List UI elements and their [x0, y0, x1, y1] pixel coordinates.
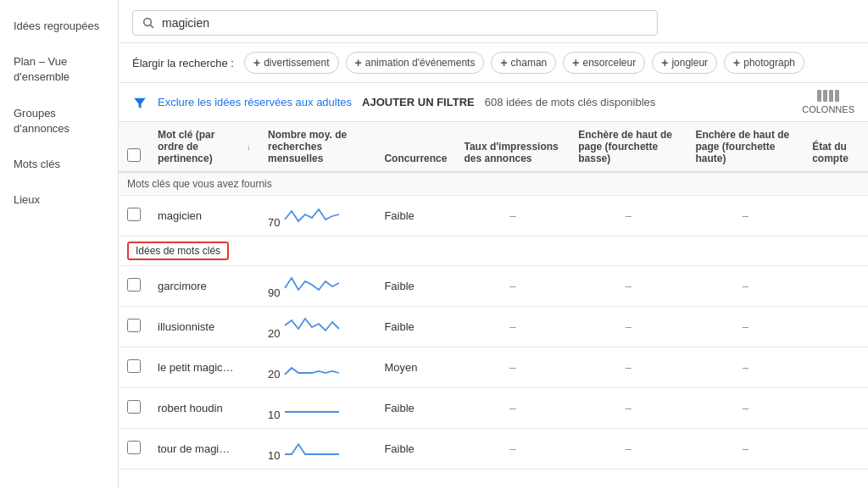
- td-checkbox[interactable]: [119, 196, 149, 236]
- tag-chip-ensorceleur[interactable]: + ensorceleur: [563, 52, 645, 74]
- plus-icon: +: [733, 56, 740, 69]
- row-checkbox[interactable]: [127, 278, 141, 292]
- td-taux: –: [455, 307, 570, 347]
- plus-icon: +: [500, 56, 507, 69]
- td-searches: 20: [259, 347, 376, 388]
- row-checkbox[interactable]: [127, 319, 141, 332]
- td-taux: –: [455, 429, 570, 470]
- td-etat: [804, 307, 868, 347]
- search-input[interactable]: [162, 16, 648, 30]
- table-row: le petit magic… 20 Moyen – – –: [119, 347, 868, 388]
- sidebar-item-plan-vue[interactable]: Plan – Vue d'ensemble: [0, 44, 118, 95]
- row-checkbox[interactable]: [127, 208, 141, 221]
- table-row: garcimore 90 Faible – – –: [119, 266, 868, 307]
- td-taux: –: [455, 388, 570, 429]
- tag-label: photograph: [743, 57, 795, 69]
- tag-chip-divertissement[interactable]: + divertissement: [244, 52, 339, 74]
- ideas-label-row: Idées de mots clés: [119, 236, 868, 266]
- tag-chip-photograph[interactable]: + photograph: [724, 52, 804, 74]
- sidebar-item-label: Mots clés: [14, 158, 60, 170]
- td-keyword: magicien: [149, 196, 259, 236]
- th-mot-cle[interactable]: Mot clé (par ordre de pertinence) ↓: [149, 122, 259, 172]
- td-enchere-basse: –: [570, 307, 687, 347]
- td-etat: [804, 347, 868, 388]
- th-checkbox: [119, 122, 149, 172]
- td-taux: –: [455, 266, 570, 307]
- td-taux: –: [455, 196, 570, 236]
- sidebar-item-label: Groupes d'annonces: [14, 107, 70, 135]
- add-filter-button[interactable]: AJOUTER UN FILTRE: [362, 96, 475, 108]
- keyword-count: 608 idées de mots clés disponibles: [485, 96, 656, 108]
- td-enchere-haute: –: [687, 388, 804, 429]
- tag-label: jongleur: [671, 57, 708, 69]
- filter-row: Exclure les idées réservées aux adultes …: [119, 83, 868, 122]
- tag-label: animation d'événements: [365, 57, 476, 69]
- th-enchere-basse: Enchère de haut de page (fourchette bass…: [570, 122, 687, 172]
- th-recherches: Nombre moy. de recherches mensuelles: [259, 122, 376, 172]
- exclude-adults-link[interactable]: Exclure les idées réservées aux adultes: [158, 96, 352, 108]
- expand-row: Élargir la recherche : + divertissement …: [119, 43, 868, 83]
- tag-chip-chaman[interactable]: + chaman: [491, 52, 556, 74]
- td-etat: [804, 196, 868, 236]
- plus-icon: +: [253, 56, 260, 69]
- sidebar-item-label: Idées regroupées: [14, 19, 99, 32]
- sparkline-roberthoudin: [283, 395, 342, 419]
- svg-point-0: [144, 19, 152, 26]
- sparkline-illusionniste: [283, 314, 342, 337]
- svg-line-1: [150, 25, 153, 28]
- sidebar-item-groupes-annonces[interactable]: Groupes d'annonces: [0, 96, 118, 147]
- search-bar-section: [119, 0, 868, 43]
- tag-chip-animation[interactable]: + animation d'événements: [346, 52, 485, 74]
- td-enchere-haute: –: [687, 347, 804, 388]
- td-checkbox[interactable]: [119, 266, 149, 307]
- sidebar-item-idees-regroupees[interactable]: Idées regroupées: [0, 8, 118, 44]
- sparkline-tourdemagi: [283, 436, 342, 459]
- columns-button[interactable]: COLONNES: [802, 90, 854, 114]
- sidebar-item-label: Plan – Vue d'ensemble: [14, 55, 70, 83]
- td-searches: 20: [259, 307, 376, 347]
- table-row: robert houdin 10 Faible – – –: [119, 388, 868, 429]
- plus-icon: +: [661, 56, 668, 69]
- td-concurrence: Faible: [376, 266, 455, 307]
- td-keyword: robert houdin: [149, 388, 259, 429]
- td-etat: [804, 429, 868, 470]
- td-checkbox[interactable]: [119, 429, 149, 470]
- row-checkbox[interactable]: [127, 441, 141, 454]
- sidebar-item-lieux[interactable]: Lieux: [0, 182, 118, 218]
- td-checkbox[interactable]: [119, 388, 149, 429]
- main-content: Élargir la recherche : + divertissement …: [119, 0, 868, 489]
- sidebar-item-mots-cles[interactable]: Mots clés: [0, 147, 118, 182]
- keyword-table: Mot clé (par ordre de pertinence) ↓ Nomb…: [119, 122, 868, 470]
- plus-icon: +: [572, 56, 579, 69]
- td-searches: 70: [259, 196, 376, 236]
- search-input-wrap[interactable]: [132, 10, 658, 36]
- sparkline-garcimore: [283, 273, 342, 297]
- columns-icon: [817, 90, 839, 102]
- table-row: illusionniste 20 Faible – – –: [119, 307, 868, 347]
- th-enchere-haute: Enchère de haut de page (fourchette haut…: [687, 122, 804, 172]
- th-etat: État du compte: [804, 122, 868, 172]
- td-searches: 90: [259, 266, 376, 307]
- td-etat: [804, 388, 868, 429]
- tag-label: ensorceleur: [582, 57, 636, 69]
- td-etat: [804, 266, 868, 307]
- td-enchere-basse: –: [570, 266, 687, 307]
- td-checkbox[interactable]: [119, 347, 149, 388]
- plus-icon: +: [355, 56, 362, 69]
- tag-label: divertissement: [264, 57, 329, 69]
- td-concurrence: Faible: [376, 388, 455, 429]
- td-enchere-haute: –: [687, 429, 804, 470]
- tag-chip-jongleur[interactable]: + jongleur: [652, 52, 717, 74]
- td-searches: 10: [259, 388, 376, 429]
- expand-label: Élargir la recherche :: [132, 57, 234, 69]
- td-checkbox[interactable]: [119, 307, 149, 347]
- td-enchere-haute: –: [687, 196, 804, 236]
- row-checkbox[interactable]: [127, 359, 141, 373]
- td-searches: 10: [259, 429, 376, 470]
- select-all-checkbox[interactable]: [127, 148, 141, 162]
- ideas-label-box: Idées de mots clés: [127, 242, 229, 260]
- td-concurrence: Faible: [376, 429, 455, 470]
- search-icon: [142, 16, 155, 30]
- section-provided-row: Mots clés que vous avez fournis: [119, 172, 868, 196]
- row-checkbox[interactable]: [127, 400, 141, 414]
